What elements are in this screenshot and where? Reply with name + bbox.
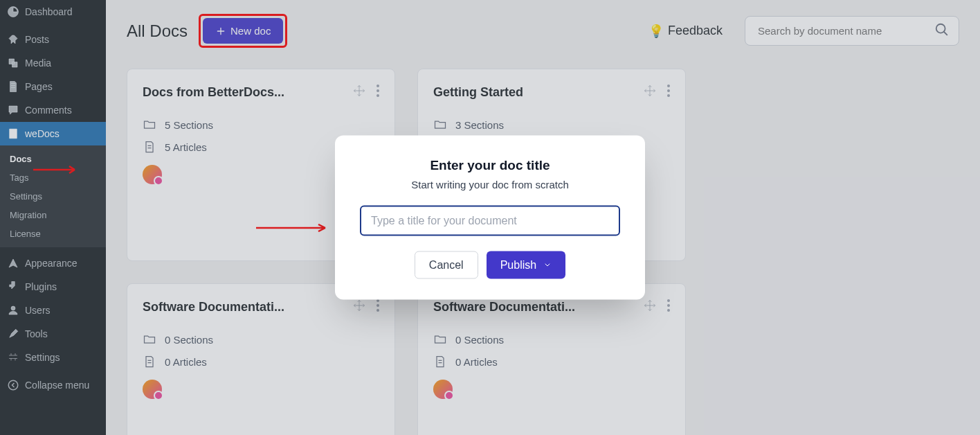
chevron-down-icon xyxy=(543,261,552,269)
publish-label: Publish xyxy=(500,259,536,272)
doc-title-input[interactable] xyxy=(360,206,620,236)
modal-title: Enter your doc title xyxy=(360,158,620,173)
cancel-button[interactable]: Cancel xyxy=(415,251,478,279)
modal-subtitle: Start writing your doc from scratch xyxy=(360,179,620,190)
publish-button[interactable]: Publish xyxy=(487,251,565,279)
new-doc-modal: Enter your doc title Start writing your … xyxy=(335,136,645,300)
